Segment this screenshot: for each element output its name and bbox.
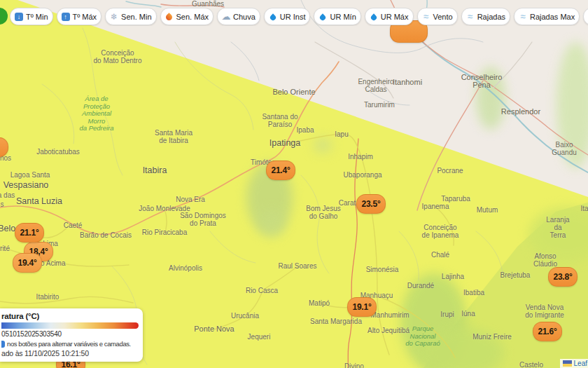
city-label: Lagoa Santa <box>10 171 50 179</box>
temp-max-icon <box>62 13 70 21</box>
city-label: Vespasiano <box>4 182 49 189</box>
city-label: Divino <box>344 362 364 368</box>
city-label: Baixo Guandu <box>552 141 577 156</box>
city-label: Conceição de Ipanema <box>422 224 459 239</box>
city-label: Ubaporanga <box>343 171 382 179</box>
toolbar-button-ur-max[interactable]: UR Máx <box>365 8 414 25</box>
toolbar-button-label: Rajadas Max <box>530 13 575 21</box>
toolbar-button-rajadas[interactable]: Rajadas <box>461 8 510 25</box>
city-label: Itabira <box>143 167 167 175</box>
city-label: s <box>1 200 4 208</box>
forest-patch <box>258 209 286 237</box>
city-label: Brejetuba <box>500 271 531 279</box>
city-label: Jequeri <box>248 333 271 341</box>
city-label: Santa Maria de Itabira <box>155 129 192 144</box>
temp-marker[interactable]: 21.1° <box>15 223 44 243</box>
forest-patch <box>400 273 467 368</box>
forest-patch <box>476 67 505 130</box>
city-label: Engenheiro Caldas <box>358 78 393 93</box>
legend-gradient-bar <box>1 322 139 329</box>
toolbar-button-label: Sen. Min <box>121 13 151 21</box>
toolbar-button-ur-min[interactable]: UR Mín <box>314 8 360 25</box>
legend-title: ratura (°C) <box>1 312 139 320</box>
city-label: Conselheiro Pena <box>461 74 503 89</box>
toolbar-button-label: Tº Máx <box>73 13 97 21</box>
protected-area-label: Parque Nacional do Caparaó <box>405 325 440 348</box>
toolbar-button-temp-min[interactable]: Tº Min <box>10 8 53 25</box>
city-label: Belo Oriente <box>272 88 315 96</box>
toolbar-button-rajadas-max[interactable]: Rajadas Max <box>514 8 580 25</box>
city-label: Barão de Cocais <box>80 231 132 239</box>
leaflet-link[interactable]: Leaf <box>574 360 587 367</box>
weather-map-app: GuanhãesConceição do Mato DentroSanta Ma… <box>0 0 588 368</box>
city-label: Simonésia <box>366 266 399 273</box>
city-label: Santana do Paraíso <box>262 113 298 128</box>
city-label: Jaboticatubas <box>36 148 80 156</box>
city-label: João Monlevade <box>139 205 190 212</box>
info-icon <box>1 341 5 348</box>
city-label: Raul Soares <box>278 262 316 270</box>
toolbar-button-label: Chuva <box>233 13 255 21</box>
city-label: Muniz Freire <box>472 333 512 341</box>
temp-marker[interactable]: 23.5° <box>356 194 386 214</box>
temp-marker[interactable]: 19.4° <box>13 253 42 273</box>
droplet-icon <box>318 13 327 21</box>
city-label: Bom Jesus do Galho <box>306 205 340 220</box>
city-label: Ipatinga <box>270 139 300 147</box>
ukraine-flag-icon <box>563 360 572 367</box>
city-label: Itabirito <box>36 293 59 301</box>
forest-patch <box>420 328 504 368</box>
snowflake-icon <box>110 13 118 21</box>
toolbar-button-chuva[interactable]: Chuva <box>217 8 260 25</box>
temp-marker[interactable]: 21.4° <box>266 161 295 180</box>
city-label: Manhumirim <box>370 311 409 319</box>
partial-temp-marker[interactable] <box>0 137 8 157</box>
city-label: Itanhomi <box>393 79 422 86</box>
toolbar-button-vento[interactable]: Vento <box>417 8 458 25</box>
toolbar-button-sen-max[interactable]: Sen. Máx <box>160 8 214 25</box>
city-label: Carat <box>339 199 356 207</box>
temp-marker[interactable]: 19.1° <box>347 297 377 317</box>
legend-updated-timestamp: ado às 11/10/2025 10:21:50 <box>1 349 139 357</box>
toolbar-button-label: Tº Min <box>26 13 48 21</box>
droplet-icon <box>269 13 277 21</box>
layer-toolbar: Tº MinTº MáxSen. MinSen. MáxChuvaUR Inst… <box>10 8 588 26</box>
city-label: Rio Casca <box>246 287 278 294</box>
city-label: Afonso Cláudio <box>524 252 567 268</box>
city-label: Ponte Nova <box>194 325 234 333</box>
droplet-icon <box>370 13 378 21</box>
city-label: Nova Era <box>176 196 205 203</box>
green-circle-button[interactable] <box>0 8 8 25</box>
toolbar-button-label: Rajadas <box>477 13 505 21</box>
city-label: Lajinha <box>442 273 464 280</box>
city-label: Inhapim <box>348 153 373 161</box>
city-label: Durandé <box>407 282 434 289</box>
temp-marker[interactable]: 21.6° <box>533 322 562 341</box>
legend-hint: nos botões para alternar variáveis e cam… <box>1 340 139 348</box>
city-label: Ibatiba <box>463 289 484 297</box>
temp-marker[interactable]: 23.8° <box>548 267 578 287</box>
toolbar-button-pressao[interactable]: Pre <box>583 8 588 25</box>
city-label: Mutum <box>477 206 498 214</box>
city-label: rité <box>0 245 10 252</box>
city-label: Urucânia <box>231 312 259 320</box>
city-label: Caeté <box>64 222 83 229</box>
toolbar-button-sen-min[interactable]: Sen. Min <box>105 8 156 25</box>
legend-scale-values: 0 5 10 15 20 25 30 35 40 <box>1 330 139 338</box>
city-label: Venda Nova do Imigrante <box>525 304 564 319</box>
toolbar-button-label: UR Mín <box>330 13 356 21</box>
toolbar-button-label: Vento <box>433 13 453 21</box>
forest-patch <box>314 137 332 153</box>
toolbar-button-ur-inst[interactable]: UR Inst <box>264 8 311 25</box>
city-label: Taparuba <box>441 195 470 203</box>
city-label: Iapu <box>335 130 348 138</box>
flame-icon <box>165 13 174 21</box>
city-label: Pocrane <box>437 167 463 175</box>
toolbar-button-label: Sen. Máx <box>176 13 209 21</box>
city-label: Ipanema <box>422 203 449 210</box>
wind-icon <box>422 13 430 21</box>
forest-patch <box>556 42 588 168</box>
city-label: Iúna <box>461 310 475 318</box>
toolbar-button-temp-max[interactable]: Tº Máx <box>57 8 102 25</box>
protected-area-label: Área de Proteção Ambiental Morro da Pedr… <box>79 95 113 132</box>
